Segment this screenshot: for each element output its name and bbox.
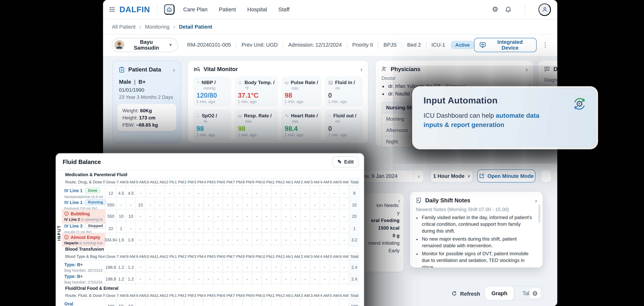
- time-column-header: 1 AM: [290, 178, 300, 186]
- chevron-right-icon[interactable]: ›: [535, 197, 537, 204]
- open-minute-mode-button[interactable]: Open Minute Mode: [477, 170, 536, 182]
- time-column-header: 1 AM: [290, 292, 300, 299]
- column-header: Total: [349, 253, 360, 260]
- bell-icon: [505, 6, 512, 13]
- breadcrumb-all-patient[interactable]: All Patient: [112, 24, 136, 30]
- fluid-section: Medication & Parenteral Fluid Route, Dru…: [62, 170, 360, 245]
- user-avatar[interactable]: [538, 3, 551, 16]
- row-link[interactable]: Type: B+: [64, 274, 83, 279]
- chevron-right-icon[interactable]: ›: [398, 197, 400, 204]
- patient-selector[interactable]: Bayu Samsudin ▼: [112, 38, 178, 52]
- time-column-header: 3 PM: [194, 292, 203, 299]
- status-pill: Running: [84, 199, 106, 205]
- chevron-right-icon[interactable]: ›: [173, 66, 175, 73]
- hour-value-cell: -: [271, 272, 281, 286]
- hour-value-cell: -: [310, 272, 320, 286]
- chevron-right-icon[interactable]: ›: [360, 66, 362, 72]
- minute-mode-label: Open Minute Mode: [488, 173, 534, 179]
- hour-mode-dropdown[interactable]: 1 Hour Mode ∨: [430, 170, 473, 182]
- vital-icon: [328, 113, 331, 118]
- total-cell: 2.4: [349, 272, 360, 286]
- fluid-section: Blood Transfusion Blood Type & Bag Numbe…: [62, 245, 360, 284]
- column-header: Dose: [105, 292, 116, 299]
- time-column-header: 6 PM: [223, 253, 232, 260]
- row-link[interactable]: Bubbling: [71, 211, 90, 216]
- row-link[interactable]: IV Line 1: [64, 188, 82, 193]
- nav-link[interactable]: Care Plan: [183, 6, 208, 12]
- time-column-header: 4 PM: [203, 253, 213, 260]
- time-column-header: 6 AM: [339, 253, 349, 260]
- chart-settings-button[interactable]: ⚙: [529, 287, 541, 299]
- home-tab[interactable]: [164, 4, 174, 15]
- nav-link[interactable]: Hospital: [247, 6, 267, 12]
- row-subtext: IV Line 2 is spewing bubble: [64, 218, 103, 222]
- time-column-header: 12 PM: [164, 292, 174, 299]
- time-column-header: 3 PM: [194, 178, 203, 186]
- row-link[interactable]: IV Line 3: [64, 223, 82, 228]
- vital-icon: [238, 113, 242, 118]
- hour-value-cell: -: [203, 272, 213, 286]
- chevron-down-icon: ▼: [169, 43, 172, 47]
- alert-icon: !: [64, 212, 69, 216]
- vital-icon: [196, 80, 200, 86]
- vital-timestamp: 1 min. ago: [328, 99, 347, 104]
- hour-value-cell: -: [329, 300, 339, 306]
- hour-value-cell: 1.2: [126, 272, 135, 286]
- time-column-header: 12 PM: [164, 178, 174, 186]
- nav-link[interactable]: Staff: [278, 6, 290, 12]
- time-column-header: 10 AM: [145, 253, 155, 260]
- hour-value-cell: -: [164, 300, 174, 306]
- vital-unit: min.: [245, 119, 274, 124]
- breadcrumb-monitoring[interactable]: Monitoring: [145, 24, 170, 30]
- row-link[interactable]: Type: B+: [64, 262, 83, 267]
- hour-value-cell: -: [184, 233, 194, 247]
- more-options-icon[interactable]: ⋮: [542, 41, 548, 49]
- chevron-right-icon: ›: [414, 173, 424, 180]
- table-row: !Oral Peptamen (50 mL/hr) 400 5050------…: [62, 300, 360, 306]
- vital-value: 0: [328, 92, 360, 99]
- settings-button[interactable]: ⚙: [492, 6, 498, 13]
- chevron-right-icon[interactable]: ›: [526, 66, 528, 72]
- hour-value-cell: -: [174, 300, 184, 306]
- time-column-header: 8 PM: [242, 292, 252, 299]
- time-column-header: 4 PM: [203, 178, 213, 186]
- hour-value-cell: -: [145, 233, 155, 247]
- vital-timestamp: 1 min. ago: [285, 99, 303, 104]
- patient-meta: RM-20240101-005Prev Unit: UGDAdmission: …: [182, 42, 450, 48]
- refresh-icon: [451, 290, 457, 296]
- vital-icon: [285, 80, 289, 86]
- row-link[interactable]: IV Line 1: [64, 200, 82, 205]
- hour-value-cell: -: [164, 272, 174, 286]
- hour-value-cell: -: [136, 272, 145, 286]
- extra-toolbar-button[interactable]: [541, 170, 552, 182]
- row-link[interactable]: Almost Empty: [71, 235, 100, 240]
- row-link[interactable]: Oral: [64, 301, 73, 306]
- vital-unit: min.: [292, 119, 318, 124]
- open-external-icon: [479, 173, 484, 179]
- vital-label: NIBP /: [202, 80, 216, 85]
- refresh-button[interactable]: Refresh: [451, 288, 480, 299]
- edit-button[interactable]: ✎Edit: [332, 156, 359, 168]
- app-grid-icon[interactable]: [109, 7, 115, 12]
- toggle-graph[interactable]: Graph: [485, 286, 514, 300]
- table-row: !IV Line 1Running Fentanyl (10 mL/hr) 55…: [62, 198, 360, 210]
- time-column-header: 4 AM: [320, 292, 329, 299]
- time-column-header: 7 PM: [232, 178, 242, 186]
- integrated-device-button[interactable]: Integrated Device: [474, 38, 537, 52]
- diagnosis-label: Diagnosis: [538, 75, 557, 82]
- hour-value-cell: -: [262, 300, 271, 306]
- notifications-button[interactable]: [505, 6, 512, 13]
- column-header: Route, Fluid, & Dose Rate: [62, 292, 105, 299]
- popup-title: Input Automation: [424, 96, 587, 106]
- scrollbar[interactable]: [538, 204, 540, 223]
- vital-unit: min.: [292, 86, 318, 90]
- time-column-header: 5 AM: [329, 253, 339, 260]
- doctor-group-label: Doctor: [376, 75, 533, 81]
- hour-value-cell: -: [329, 233, 339, 247]
- nav-link[interactable]: Patient: [219, 6, 236, 12]
- time-column-header: 10 PM: [262, 253, 271, 260]
- hour-value-cell: -: [242, 272, 252, 286]
- patient-body-metrics: Weight: 60KgHeight: 173 cmPBW: ~68.65 kg: [117, 104, 176, 131]
- time-column-header: 3 PM: [194, 253, 203, 260]
- time-column-header: 10 AM: [145, 292, 155, 299]
